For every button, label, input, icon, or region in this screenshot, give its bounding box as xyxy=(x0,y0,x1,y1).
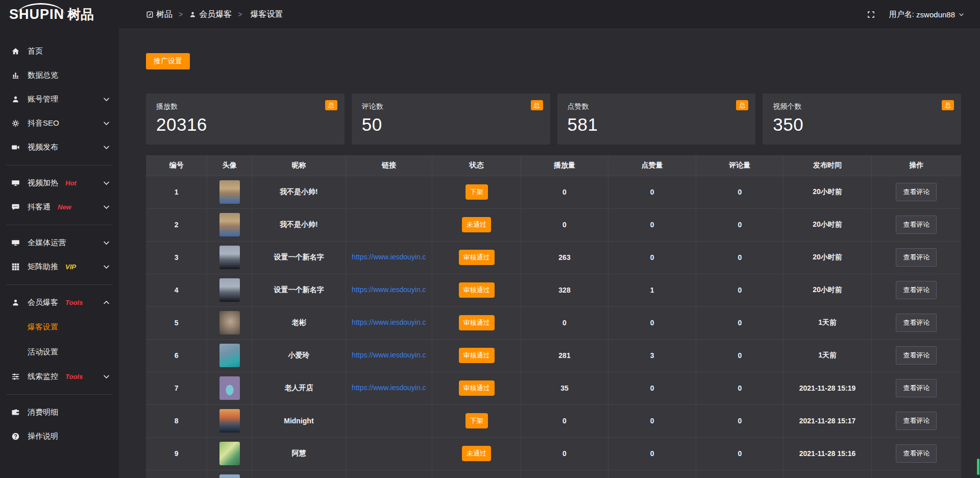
cell-comments: 0 xyxy=(696,241,783,274)
sidebar-item-视频发布[interactable]: 视频发布 xyxy=(0,135,119,159)
cell-nickname: 设置一个新名字 xyxy=(252,274,346,306)
user-menu[interactable]: 用户名: zswodun88 xyxy=(889,10,965,19)
promo-settings-button[interactable]: 推广设置 xyxy=(146,53,190,69)
view-comments-button[interactable]: 查看评论 xyxy=(896,346,937,365)
stat-card: 播放数 20316 总 xyxy=(146,93,345,145)
cell-publish-time: 2021-11-28 15:17 xyxy=(783,404,871,437)
breadcrumb: 树品 > 会员爆客 > 爆客设置 xyxy=(146,9,283,20)
scrollbar-thumb[interactable] xyxy=(977,459,979,475)
status-button[interactable]: 审核通过 xyxy=(459,250,495,265)
sidebar-item-视频加热[interactable]: 视频加热Hot xyxy=(0,171,119,195)
edit-square-icon xyxy=(146,11,154,18)
user-icon xyxy=(189,11,197,18)
cell-likes: 0 xyxy=(608,306,696,339)
video-link[interactable]: https://www.iesdouyin.c xyxy=(352,318,426,326)
sidebar-item-全媒体运营[interactable]: 全媒体运营 xyxy=(0,231,119,255)
sidebar-item-label: 全媒体运营 xyxy=(28,238,66,248)
status-button[interactable]: 未通过 xyxy=(462,217,491,232)
view-comments-button[interactable]: 查看评论 xyxy=(896,183,937,201)
logo-text-cn: 树品 xyxy=(67,6,94,23)
chevron-down-icon xyxy=(102,143,111,152)
monitor-icon xyxy=(11,238,20,247)
view-comments-button[interactable]: 查看评论 xyxy=(896,444,937,463)
stat-label: 评论数 xyxy=(362,102,540,111)
sidebar-item-抖音SEO[interactable]: 抖音SEO xyxy=(0,111,119,135)
sidebar-subitem-活动设置[interactable]: 活动设置 xyxy=(0,340,119,365)
sidebar-item-操作说明[interactable]: 操作说明 xyxy=(0,424,119,448)
cell-status: 审核通过 xyxy=(432,306,521,339)
status-button[interactable]: 审核通过 xyxy=(459,348,495,363)
breadcrumb-item-home[interactable]: 树品 xyxy=(146,9,173,20)
sidebar-item-账号管理[interactable]: 账号管理 xyxy=(0,87,119,111)
main-content: 推广设置 播放数 20316 总 评论数 50 总 点赞数 581 总 视频个数… xyxy=(119,29,980,478)
status-button[interactable]: 未通过 xyxy=(462,446,491,461)
status-button[interactable]: 审核通过 xyxy=(459,315,495,330)
video-link[interactable]: https://www.iesdouyin.c xyxy=(352,351,426,359)
video-link[interactable]: https://www.iesdouyin.c xyxy=(352,253,426,261)
cell-id: 6 xyxy=(146,339,207,372)
sidebar-item-矩阵助推[interactable]: 矩阵助推VIP xyxy=(0,255,119,279)
cell-action: 查看评论 xyxy=(871,274,961,306)
breadcrumb-separator: > xyxy=(238,10,242,18)
cell-id xyxy=(146,470,207,478)
status-button[interactable]: 审核通过 xyxy=(459,282,495,298)
table-row: 2我不是小帅!未通过00020小时前查看评论 xyxy=(146,208,961,241)
sidebar-item-label: 账号管理 xyxy=(28,94,58,104)
sidebar-item-label: 抖音SEO xyxy=(28,118,59,128)
fullscreen-icon[interactable] xyxy=(866,10,876,19)
view-comments-button[interactable]: 查看评论 xyxy=(896,412,937,430)
table-row: 7老人开店https://www.iesdouyin.c审核通过35002021… xyxy=(146,372,961,404)
view-comments-button[interactable]: 查看评论 xyxy=(896,281,937,299)
gear-icon xyxy=(11,119,20,128)
stat-label: 播放数 xyxy=(156,102,334,111)
cell-link: https://www.iesdouyin.c xyxy=(346,241,432,274)
cell-publish-time: 2021-11-28 15:16 xyxy=(783,437,871,470)
cell-comments: 0 xyxy=(696,339,783,372)
cell-link: https://www.iesdouyin.c xyxy=(346,372,432,404)
column-header-播放量: 播放量 xyxy=(521,155,608,176)
topbar-right: 用户名: zswodun88 xyxy=(866,10,965,19)
cell-status: 未通过 xyxy=(432,437,521,470)
video-link[interactable]: https://www.iesdouyin.c xyxy=(352,384,426,392)
status-button[interactable]: 下架 xyxy=(465,413,488,428)
cell-id: 5 xyxy=(146,306,207,339)
status-button[interactable]: 下架 xyxy=(465,184,488,200)
chevron-down-icon xyxy=(102,95,111,104)
view-comments-button[interactable]: 查看评论 xyxy=(896,248,937,267)
cell-comments xyxy=(696,470,783,478)
view-comments-button[interactable]: 查看评论 xyxy=(896,314,937,332)
sidebar-item-线索监控[interactable]: 线索监控Tools xyxy=(0,365,119,389)
breadcrumb-separator: > xyxy=(179,10,183,18)
cell-status: 审核通过 xyxy=(432,372,521,404)
view-comments-button[interactable]: 查看评论 xyxy=(896,379,937,397)
cell-publish-time: 20小时前 xyxy=(783,274,871,306)
sidebar-item-消费明细[interactable]: 消费明细 xyxy=(0,400,119,424)
sidebar-item-label: 线索监控 xyxy=(28,372,58,381)
sidebar-item-会员爆客[interactable]: 会员爆客Tools xyxy=(0,291,119,315)
cell-link: https://www.iesdouyin.c xyxy=(346,339,432,372)
cell-action: 查看评论 xyxy=(871,339,961,372)
breadcrumb-item-section[interactable]: 会员爆客 xyxy=(189,9,232,20)
view-comments-button[interactable]: 查看评论 xyxy=(896,216,937,234)
cell-plays xyxy=(521,470,608,478)
username-label: 用户名: xyxy=(889,10,914,19)
sidebar-item-首页[interactable]: 首页 xyxy=(0,39,119,63)
stat-label: 视频个数 xyxy=(773,102,951,111)
status-button[interactable]: 审核通过 xyxy=(459,380,495,396)
cell-avatar xyxy=(207,470,252,478)
question-icon xyxy=(11,432,20,441)
chevron-down-icon xyxy=(102,262,111,271)
cell-likes: 0 xyxy=(608,404,696,437)
sidebar: SHUPIN 树品 首页数据总览账号管理抖音SEO视频发布视频加热Hot抖客通N… xyxy=(0,0,119,478)
sidebar-item-抖客通[interactable]: 抖客通New xyxy=(0,195,119,219)
sidebar-item-数据总览[interactable]: 数据总览 xyxy=(0,63,119,87)
records-table-wrap: 编号头像昵称链接状态播放量点赞量评论量发布时间操作 1我不是小帅!下架00020… xyxy=(146,155,961,478)
sidebar-subitem-爆客设置[interactable]: 爆客设置 xyxy=(0,315,119,340)
sidebar-item-label: 数据总览 xyxy=(28,70,58,80)
sidebar-item-label: 矩阵助推 xyxy=(28,262,58,272)
cell-avatar xyxy=(207,176,252,208)
video-link[interactable]: https://www.iesdouyin.c xyxy=(352,285,426,294)
cell-id: 4 xyxy=(146,274,207,306)
username-value: zswodun88 xyxy=(916,10,955,19)
column-header-操作: 操作 xyxy=(871,155,961,176)
